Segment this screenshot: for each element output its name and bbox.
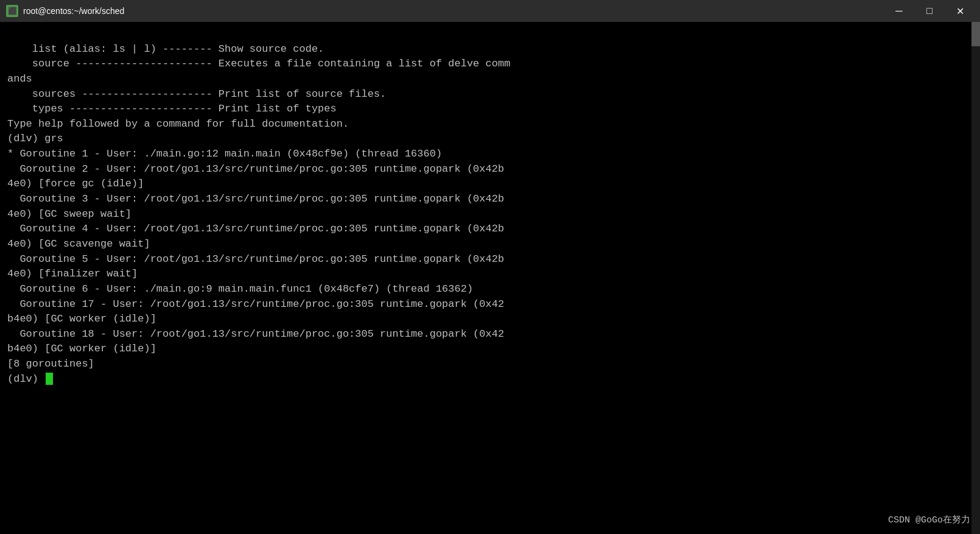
terminal-line: ands [7,72,973,87]
maximize-button[interactable]: □ [915,0,943,22]
terminal-line: (dlv) [7,372,973,387]
title-bar: ⬛ root@centos:~/work/sched ─ □ ✕ [0,0,980,22]
terminal-line: Goroutine 5 - User: /root/go1.13/src/run… [7,252,973,267]
minimize-button[interactable]: ─ [885,0,913,22]
terminal-line: source ---------------------- Executes a… [7,57,973,72]
terminal-line: 4e0) [force gc (idle)] [7,177,973,192]
terminal-line: [8 goroutines] [7,357,973,372]
terminal-line: Goroutine 18 - User: /root/go1.13/src/ru… [7,327,973,342]
scrollbar-thumb[interactable] [971,22,980,46]
close-button[interactable]: ✕ [946,0,974,22]
watermark-text: CSDN @GoGo在努力 [888,514,970,525]
terminal-line: (dlv) grs [7,132,973,147]
terminal-line: Goroutine 4 - User: /root/go1.13/src/run… [7,222,973,237]
terminal-line: Goroutine 17 - User: /root/go1.13/src/ru… [7,297,973,312]
terminal-line: 4e0) [GC sweep wait] [7,207,973,222]
terminal-cursor [46,373,53,385]
terminal-line: 4e0) [GC scavenge wait] [7,237,973,252]
terminal-line: list (alias: ls | l) -------- Show sourc… [7,42,973,57]
window-title: root@centos:~/work/sched [23,6,885,16]
terminal-line: Goroutine 3 - User: /root/go1.13/src/run… [7,192,973,207]
terminal-line: b4e0) [GC worker (idle)] [7,312,973,327]
terminal-line: Goroutine 6 - User: ./main.go:9 main.mai… [7,282,973,297]
scrollbar[interactable] [971,22,980,534]
terminal-line: b4e0) [GC worker (idle)] [7,342,973,357]
terminal-line: * Goroutine 1 - User: ./main.go:12 main.… [7,147,973,162]
terminal-line: types ----------------------- Print list… [7,102,973,117]
terminal-line: Type help followed by a command for full… [7,117,973,132]
terminal-output: list (alias: ls | l) -------- Show sourc… [0,22,980,534]
terminal-icon: ⬛ [6,5,18,17]
terminal-line: Goroutine 2 - User: /root/go1.13/src/run… [7,162,973,177]
window-controls: ─ □ ✕ [885,0,974,22]
terminal-line: 4e0) [finalizer wait] [7,267,973,282]
terminal-line: sources --------------------- Print list… [7,87,973,102]
